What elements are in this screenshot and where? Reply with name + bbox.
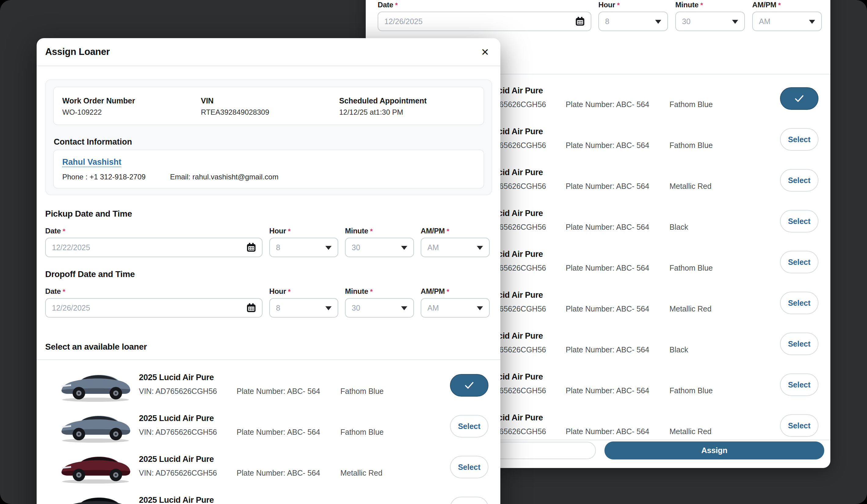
dropoff-date-input[interactable]: 12/26/2025 (45, 298, 263, 318)
contact-email: Email: rahul.vashisht@gmail.com (170, 173, 278, 181)
loaner-row: 2025 Lucid Air Pure VIN: AD765626CGH56 P… (36, 365, 500, 406)
required-marker: * (288, 227, 291, 235)
sedan-illustration (56, 365, 134, 403)
loaner-plate: Plate Number: ABC- 564 (237, 428, 320, 437)
dropoff-hour-field-group: Hour* 8 (269, 287, 338, 296)
select-button-label: Select (788, 299, 811, 308)
select-button-label: Select (788, 176, 811, 185)
date-input[interactable]: 12/26/2025 (378, 12, 591, 31)
loaner-info: 2025 Lucid Air Pure VIN: AD765626CGH56 P… (139, 487, 439, 504)
date-label: Date (45, 227, 61, 235)
car-image (56, 365, 134, 403)
select-loaner-button[interactable]: Select (780, 414, 818, 437)
loaner-color: Fathom Blue (340, 428, 384, 437)
loaner-color: Fathom Blue (670, 141, 713, 150)
loaner-color: Metallic Red (340, 469, 383, 478)
dropoff-ampm-value: AM (427, 304, 439, 313)
scheduled-appointment-value: 12/12/25 at1:30 PM (339, 108, 403, 117)
select-loaner-button[interactable]: Select (780, 373, 818, 396)
select-loaner-button[interactable]: Select (780, 251, 818, 273)
required-marker: * (63, 227, 65, 235)
loaner-info: 2025 Lucid Air Pure VIN: AD765626CGH56 P… (468, 242, 769, 283)
work-order-card: Work Order Number WO-109222 VIN RTEA3928… (45, 79, 492, 195)
required-marker: * (617, 1, 620, 9)
pickup-ampm-value: AM (427, 243, 439, 252)
select-loaner-button[interactable]: Select (780, 169, 818, 191)
select-button-label: Select (788, 340, 811, 348)
select-loaner-button[interactable]: Select (450, 456, 489, 478)
dropoff-minute-field-group: Minute* 30 (345, 287, 414, 296)
sedan-illustration (56, 488, 134, 504)
dropoff-ampm-select[interactable]: AM (421, 298, 490, 318)
chevron-down-icon (477, 306, 483, 310)
pickup-hour-select[interactable]: 8 (269, 238, 338, 257)
loaner-plate: Plate Number: ABC- 564 (237, 387, 320, 396)
select-loaner-button[interactable]: Select (780, 128, 818, 151)
dropoff-minute-value: 30 (352, 304, 360, 313)
loaner-row: 2025 Lucid Air Pure VIN: AD765626CGH56 P… (36, 487, 500, 504)
select-loaner-button[interactable]: Select (780, 210, 818, 232)
ampm-label: AM/PM (421, 227, 445, 235)
dropoff-heading: Dropoff Date and Time (45, 270, 135, 279)
scheduled-appointment-label: Scheduled Appointment (339, 96, 427, 105)
hour-label: Hour (598, 1, 615, 9)
dropoff-hour-value: 8 (276, 304, 280, 313)
selected-loaner-button[interactable] (450, 374, 489, 397)
assign-button[interactable]: Assign (604, 441, 824, 459)
work-order-number-label: Work Order Number (62, 96, 135, 105)
ampm-select[interactable]: AM (752, 12, 822, 31)
select-button-label: Select (458, 463, 481, 472)
work-order-summary: Work Order Number WO-109222 VIN RTEA3928… (53, 87, 484, 125)
required-marker: * (778, 1, 781, 9)
select-loaner-button[interactable]: Select (780, 292, 818, 314)
select-loaner-button[interactable]: Select (780, 332, 818, 355)
dropoff-date-value: 12/26/2025 (52, 304, 90, 313)
chevron-down-icon (325, 306, 332, 310)
loaner-info: 2025 Lucid Air Pure VIN: AD765626CGH56 P… (139, 447, 439, 487)
pickup-date-field-group: Date* 12/22/2025 (45, 227, 263, 235)
dropoff-minute-select[interactable]: 30 (345, 298, 414, 318)
calendar-icon-button[interactable] (246, 242, 256, 253)
calendar-icon-button[interactable] (246, 303, 256, 313)
loaner-color: Fathom Blue (670, 264, 713, 272)
select-button-label: Select (788, 421, 811, 430)
calendar-icon (246, 303, 256, 313)
loaner-color: Fathom Blue (340, 387, 384, 396)
contact-name-link[interactable]: Rahul Vashisht (62, 157, 121, 167)
required-marker: * (63, 288, 65, 295)
ampm-label: AM/PM (752, 1, 776, 9)
car-image (56, 488, 134, 504)
loaner-plate: Plate Number: ABC- 564 (237, 469, 320, 478)
chevron-down-icon (732, 20, 738, 24)
minute-select[interactable]: 30 (675, 12, 745, 31)
modal-title: Assign Loaner (45, 38, 110, 66)
vin-label: VIN (201, 96, 214, 105)
chevron-down-icon (401, 306, 407, 310)
loaner-title: 2025 Lucid Air Pure (139, 454, 214, 464)
select-button-label: Select (458, 422, 481, 431)
divider (36, 359, 500, 360)
calendar-icon-button[interactable] (575, 16, 585, 26)
loaner-plate: Plate Number: ABC- 564 (566, 427, 649, 436)
hour-label: Hour (269, 287, 286, 295)
pickup-date-value: 12/22/2025 (52, 243, 90, 252)
select-button-label: Select (788, 381, 811, 389)
pickup-date-input[interactable]: 12/22/2025 (45, 238, 263, 257)
select-loaner-button[interactable]: Select (450, 415, 489, 438)
loaner-title: 2025 Lucid Air Pure (139, 414, 214, 423)
loaner-color: Black (670, 346, 688, 354)
dropoff-hour-select[interactable]: 8 (269, 298, 338, 318)
calendar-icon (575, 16, 585, 26)
contact-card: Rahul Vashisht Phone : +1 312-918-2709 E… (53, 150, 484, 188)
close-icon[interactable]: ✕ (478, 45, 492, 59)
pickup-hour-field-group: Hour* 8 (269, 227, 338, 235)
pickup-ampm-field-group: AM/PM* AM (421, 227, 490, 235)
pickup-ampm-select[interactable]: AM (421, 238, 490, 257)
pickup-minute-select[interactable]: 30 (345, 238, 414, 257)
hour-select[interactable]: 8 (598, 12, 668, 31)
select-loaner-button[interactable]: Select (450, 497, 489, 504)
loaner-plate: Plate Number: ABC- 564 (566, 386, 649, 395)
ampm-label: AM/PM (421, 287, 445, 295)
loaner-info: 2025 Lucid Air Pure VIN: AD765626CGH56 P… (468, 160, 769, 201)
selected-loaner-button[interactable] (780, 87, 818, 110)
